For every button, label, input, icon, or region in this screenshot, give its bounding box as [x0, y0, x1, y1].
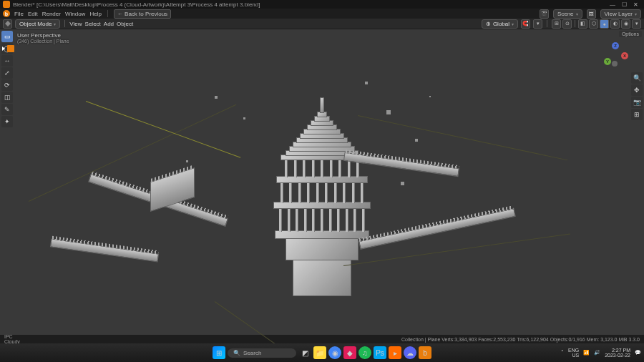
tray-date: 2023-02-22	[605, 353, 630, 358]
scene-model	[272, 53, 372, 296]
menu-object[interactable]: Object	[117, 21, 133, 27]
material-shading[interactable]: ◐	[610, 19, 620, 29]
spotify-icon[interactable]: ♫	[358, 346, 371, 359]
viewport-3d[interactable]: ▭ ◯ ↔ ⤢ ⟳ ◫ ✎ ✦ User Perspective (346) C…	[0, 29, 644, 344]
menu-window[interactable]: Window	[65, 11, 85, 17]
scene-icon[interactable]: 🎬	[540, 9, 549, 19]
view-layer-selector[interactable]: View Layer▾	[600, 9, 641, 19]
xray-toggle[interactable]: ◧	[578, 19, 587, 29]
status-bar: IPC Cloudy Collection | Plane Verts:3,38…	[0, 335, 644, 343]
search-icon: 🔍	[233, 350, 240, 356]
tool-select-box[interactable]: ▭	[1, 31, 13, 42]
title-bar: Blender* [C:\Users\Matt\Desktop\Process …	[0, 0, 644, 9]
menu-help[interactable]: Help	[89, 11, 101, 17]
navigation-gizmo[interactable]: X Y Z	[602, 42, 628, 68]
context-label: (346) Collection | Plane	[17, 39, 69, 44]
close-button[interactable]: ✕	[630, 0, 641, 9]
snap-toggle[interactable]: 🧲	[521, 19, 530, 29]
axis-y[interactable]: Y	[604, 58, 611, 65]
notifications-icon[interactable]: 💬	[635, 350, 641, 356]
view-name-label: User Perspective	[17, 32, 69, 39]
scene-selector[interactable]: Scene▾	[553, 9, 582, 19]
view-layer-icon[interactable]: 🖼	[587, 9, 596, 19]
editor-type-icon[interactable]	[3, 19, 12, 29]
snap-options[interactable]: ▾	[533, 19, 542, 29]
ipc-label: IPC	[4, 334, 13, 339]
tool-annotate[interactable]: ✎	[1, 104, 13, 115]
zoom-button[interactable]: 🔍	[631, 72, 643, 84]
menu-add[interactable]: Add	[104, 21, 114, 27]
collection-indicator[interactable]	[2, 45, 14, 52]
menu-divider	[107, 10, 108, 17]
status-left: IPC Cloudy	[4, 334, 20, 344]
app-icon-3[interactable]: ▸	[389, 346, 401, 359]
system-tray[interactable]: ˄ ENGUS 📶 🔊 2:27 PM2023-02-22 💬	[561, 348, 641, 358]
cube-icon	[5, 21, 11, 26]
viewport-header: Object Mode▾ View Select Add Object ⊕ Gl…	[0, 19, 644, 29]
axis-neg[interactable]	[612, 61, 618, 67]
volume-icon[interactable]: 🔊	[594, 350, 600, 356]
app-icon-1[interactable]: ◆	[343, 346, 356, 359]
tool-scale[interactable]: ⤢	[1, 67, 13, 79]
app-icon-2[interactable]: Ps	[374, 346, 386, 359]
tool-measure[interactable]: ✦	[1, 116, 13, 127]
tool-move[interactable]: ↔	[1, 55, 13, 67]
tool-transform[interactable]: ◫	[1, 92, 13, 103]
tray-time[interactable]: 2:27 PM	[612, 348, 630, 353]
orientation-selector[interactable]: ⊕ Global▾	[482, 19, 518, 29]
menu-view[interactable]: View	[69, 21, 82, 27]
search-placeholder: Search	[243, 350, 261, 356]
window-title: Blender* [C:\Users\Matt\Desktop\Process …	[13, 1, 607, 8]
tray-region: US	[572, 353, 579, 358]
rendered-shading[interactable]: ◉	[621, 19, 630, 29]
taskbar-search[interactable]: 🔍 Search	[228, 348, 296, 358]
mode-selector[interactable]: Object Mode▾	[15, 19, 60, 29]
minimize-button[interactable]: —	[607, 0, 618, 9]
expand-arrow-icon	[2, 47, 5, 51]
maximize-button[interactable]: ☐	[618, 0, 630, 9]
pan-button[interactable]: ✥	[631, 84, 643, 96]
scene-stats: Collection | Plane Verts:3,384,903 Faces…	[401, 337, 640, 342]
menu-select[interactable]: Select	[85, 21, 101, 27]
task-view-icon[interactable]: ◩	[298, 346, 311, 359]
tool-rotate[interactable]: ⟳	[1, 79, 13, 91]
chevron-down-icon: ▾	[576, 11, 578, 16]
menu-bar: b File Edit Render Window Help ← Back to…	[0, 9, 644, 19]
options-tab[interactable]: Options	[619, 31, 642, 37]
chevron-down-icon: ▾	[54, 21, 56, 26]
chevron-down-icon: ▾	[635, 11, 637, 16]
solid-shading[interactable]: ●	[600, 19, 609, 29]
wireframe-shading[interactable]: ⬡	[589, 19, 598, 29]
axis-x[interactable]: X	[621, 52, 628, 59]
chevron-down-icon: ▾	[512, 21, 514, 26]
chrome-icon[interactable]: ◉	[328, 346, 341, 359]
blender-taskbar-icon[interactable]: b	[419, 346, 431, 359]
start-button[interactable]: ⊞	[213, 346, 225, 359]
shading-options[interactable]: ▾	[632, 19, 641, 29]
menu-file[interactable]: File	[14, 11, 24, 17]
discord-icon[interactable]: ☁	[404, 346, 416, 359]
tray-lang[interactable]: ENG	[568, 348, 579, 353]
viewport-overlay-text: User Perspective (346) Collection | Plan…	[17, 32, 69, 44]
perspective-toggle[interactable]: ⊞	[631, 109, 643, 120]
explorer-icon[interactable]: 📁	[313, 346, 326, 359]
gizmo-toggle[interactable]: ⊞	[552, 19, 561, 29]
back-to-previous-button[interactable]: ← Back to Previous	[114, 9, 171, 19]
menu-edit[interactable]: Edit	[28, 11, 38, 17]
overlay-toggle[interactable]: ⊙	[562, 19, 572, 29]
camera-view-button[interactable]: 📷	[631, 97, 643, 108]
viewport-sidebar: 🔍 ✥ 📷 ⊞	[631, 72, 643, 120]
blender-app-icon	[3, 1, 10, 8]
axis-z[interactable]: Z	[612, 42, 619, 49]
shading-controls: ⊞ ⊙ ◧ ⬡ ● ◐ ◉ ▾	[552, 19, 641, 29]
blender-logo-icon[interactable]: b	[3, 10, 10, 17]
windows-taskbar: ⊞ 🔍 Search ◩ 📁 ◉ ◆ ♫ Ps ▸ ☁ b ˄ ENGUS 📶 …	[0, 343, 644, 362]
active-object-icon	[7, 45, 14, 52]
menu-render[interactable]: Render	[42, 11, 61, 17]
wifi-icon[interactable]: 📶	[583, 350, 590, 356]
tray-chevron-icon[interactable]: ˄	[561, 350, 564, 356]
